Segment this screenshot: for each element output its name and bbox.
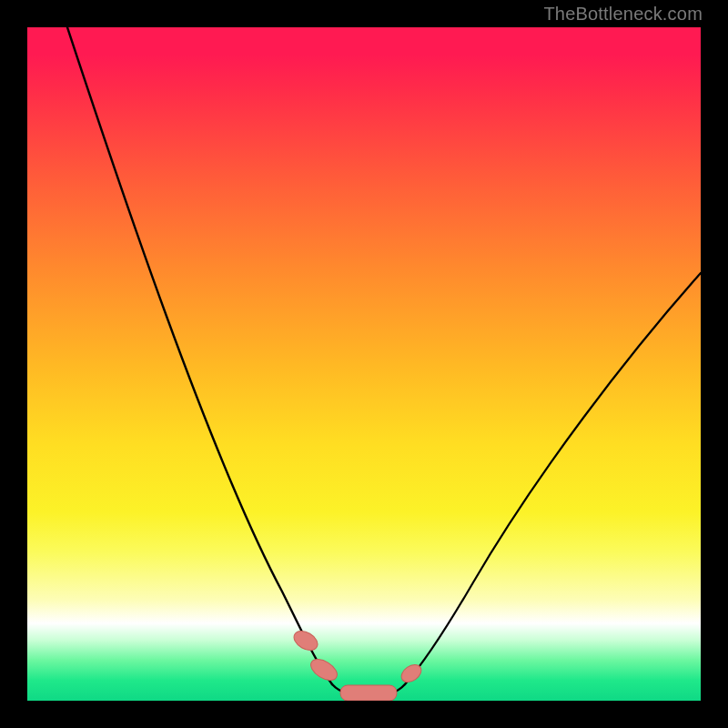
bottleneck-curve bbox=[27, 27, 701, 701]
curve-left-branch bbox=[67, 27, 332, 684]
plot-area bbox=[27, 27, 701, 701]
valley-floor-marker bbox=[340, 685, 397, 701]
watermark-text: TheBottleneck.com bbox=[543, 4, 703, 25]
left-descent-marker-bottom bbox=[308, 655, 341, 684]
chart-frame: TheBottleneck.com bbox=[0, 0, 728, 728]
left-descent-marker-top bbox=[290, 627, 320, 654]
curve-right-branch bbox=[405, 273, 701, 684]
markers-group bbox=[290, 627, 424, 701]
